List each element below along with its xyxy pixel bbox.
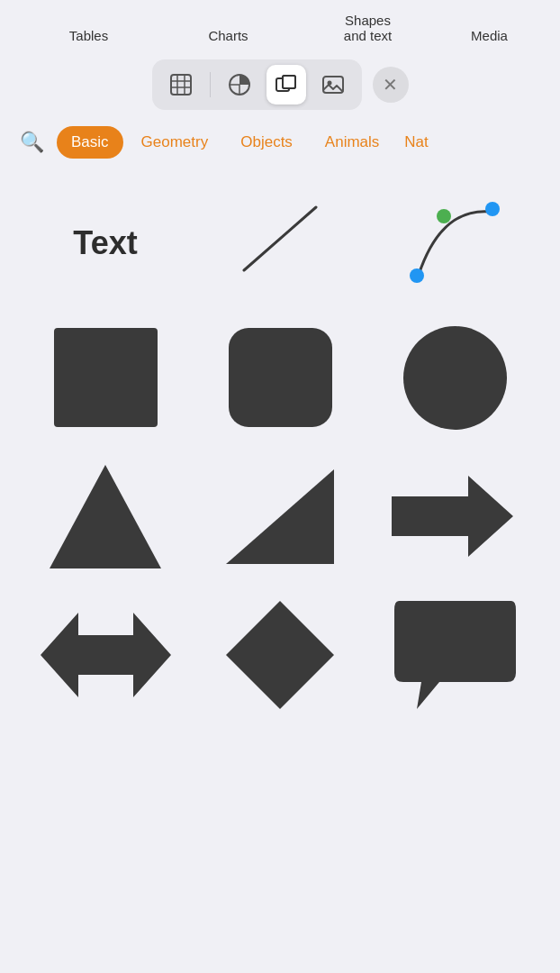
shape-double-arrow-item[interactable] xyxy=(38,596,173,714)
svg-marker-19 xyxy=(41,613,171,697)
tab-animals[interactable]: Animals xyxy=(311,126,393,159)
media-label-top: Media xyxy=(471,28,508,43)
close-icon: ✕ xyxy=(383,74,398,95)
media-button[interactable] xyxy=(313,65,353,105)
shape-speech-bubble-item[interactable] xyxy=(387,596,522,714)
shape-circle-item[interactable] xyxy=(387,319,522,436)
shape-arrow-item[interactable] xyxy=(387,458,522,575)
charts-button[interactable] xyxy=(220,65,259,105)
svg-rect-11 xyxy=(323,77,343,93)
svg-marker-20 xyxy=(226,601,334,709)
svg-point-14 xyxy=(437,209,451,223)
shape-right-triangle-item[interactable] xyxy=(212,458,348,575)
tab-nature[interactable]: Nat xyxy=(397,126,435,159)
tab-geometry[interactable]: Geometry xyxy=(127,126,223,159)
shape-line-item[interactable] xyxy=(208,189,352,297)
svg-point-15 xyxy=(485,202,500,216)
close-button[interactable]: ✕ xyxy=(373,67,409,103)
rectangle-shape xyxy=(54,328,158,427)
toolbar-divider-1 xyxy=(210,72,211,97)
circle-shape xyxy=(403,326,507,430)
rounded-rect-shape xyxy=(229,328,332,427)
shape-rounded-rect-item[interactable] xyxy=(212,319,348,436)
search-button[interactable]: 🔍 xyxy=(14,127,50,158)
svg-point-16 xyxy=(410,268,424,283)
svg-line-13 xyxy=(244,207,316,270)
text-shape-label: Text xyxy=(73,224,137,262)
tab-objects[interactable]: Objects xyxy=(226,126,307,159)
triangle-shape xyxy=(50,465,161,568)
svg-marker-17 xyxy=(226,469,334,564)
search-icon: 🔍 xyxy=(20,131,44,153)
tables-button[interactable] xyxy=(161,65,201,105)
svg-marker-18 xyxy=(392,476,513,557)
svg-rect-0 xyxy=(171,75,191,95)
shape-text-item[interactable]: Text xyxy=(33,189,177,297)
charts-label-top: Charts xyxy=(208,28,248,43)
shapes-button[interactable] xyxy=(266,65,306,105)
shapes-label-top: Shapesand text xyxy=(344,13,392,43)
tab-basic[interactable]: Basic xyxy=(57,126,123,159)
svg-rect-10 xyxy=(283,76,295,88)
shape-triangle-item[interactable] xyxy=(38,458,173,575)
shape-curve-item[interactable] xyxy=(383,189,527,297)
shape-rectangle-item[interactable] xyxy=(38,319,173,436)
shape-diamond-item[interactable] xyxy=(212,596,348,714)
tables-label-top: Tables xyxy=(69,28,108,43)
